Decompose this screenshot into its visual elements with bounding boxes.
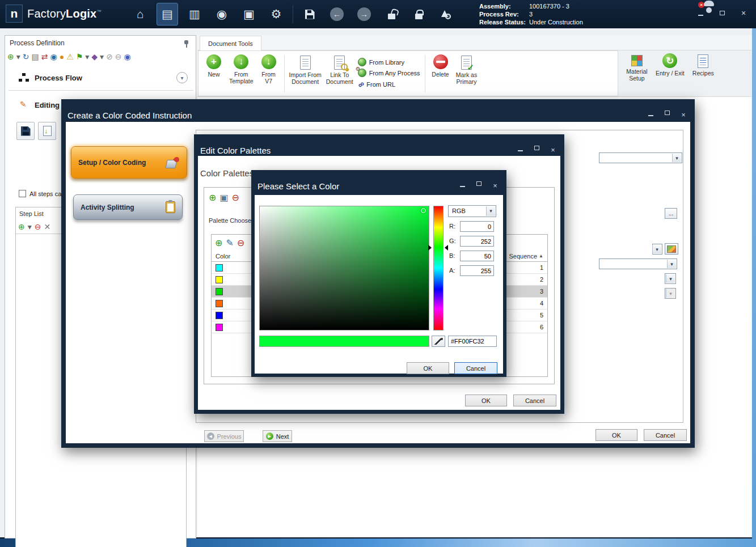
ok-button[interactable]: OK: [595, 429, 637, 441]
navigator-icon[interactable]: ◉: [211, 3, 233, 26]
color-model-select[interactable]: RGB: [448, 205, 496, 217]
add-color-icon[interactable]: ⊕: [215, 238, 222, 248]
hue-marker-left[interactable]: [428, 245, 432, 251]
swap-icon[interactable]: ⇄: [41, 51, 48, 62]
import-process-button[interactable]: [38, 122, 56, 140]
cancel-button[interactable]: Cancel: [513, 395, 556, 406]
close-button[interactable]: ×: [679, 111, 688, 119]
eyedropper-button[interactable]: [432, 336, 445, 347]
browse-button[interactable]: ...: [665, 208, 677, 219]
minimize-button[interactable]: [458, 181, 467, 190]
pause-icon[interactable]: ⊘: [106, 51, 113, 62]
activity-splitting-button[interactable]: Activity Splitting: [73, 194, 183, 220]
image-select-button[interactable]: [665, 243, 678, 255]
print-icon[interactable]: ▤: [32, 51, 39, 62]
maximize-button[interactable]: [662, 111, 671, 119]
back-icon[interactable]: ←: [326, 3, 348, 26]
minimize-button[interactable]: [696, 9, 705, 18]
step-cut-icon[interactable]: ✕: [44, 221, 51, 232]
step-add-icon[interactable]: ⊕: [18, 221, 25, 232]
documents-stack-icon[interactable]: ▥: [184, 3, 205, 26]
settings-gear-icon[interactable]: ⚙: [265, 3, 287, 26]
minimize-button[interactable]: [516, 146, 525, 154]
new-button[interactable]: + New: [201, 53, 227, 94]
red-input[interactable]: [460, 221, 494, 232]
delete-button[interactable]: Delete: [428, 53, 454, 94]
next-button[interactable]: ▶ Next: [263, 430, 292, 442]
remove-color-icon[interactable]: ⊖: [237, 238, 244, 248]
copy-palette-icon[interactable]: ▣: [219, 192, 228, 203]
saturation-value-field[interactable]: [259, 206, 429, 330]
ok-button[interactable]: OK: [407, 362, 449, 374]
alpha-input[interactable]: [460, 265, 494, 276]
color-swatch[interactable]: [216, 312, 223, 319]
color-swatch[interactable]: [216, 276, 223, 283]
flag-icon[interactable]: ⚑: [76, 51, 83, 62]
blue-input[interactable]: [460, 251, 494, 261]
audit-search-icon[interactable]: [435, 3, 457, 26]
group-icon[interactable]: ◉: [50, 51, 57, 62]
mini-combo-1[interactable]: [652, 244, 662, 255]
stop-icon[interactable]: ⊖: [115, 51, 122, 62]
sequence-column-header[interactable]: Sequence ▲: [509, 253, 543, 260]
step-remove-icon[interactable]: ⊖: [35, 221, 41, 232]
home-icon[interactable]: ⌂: [129, 3, 151, 26]
pin-icon[interactable]: [182, 40, 190, 48]
entry-exit-button[interactable]: ↻ Entry / Exit: [653, 52, 687, 93]
close-button[interactable]: ×: [548, 146, 558, 154]
close-button[interactable]: ×: [739, 9, 748, 18]
hue-slider[interactable]: [433, 206, 444, 330]
color-swatch[interactable]: [216, 264, 223, 272]
copy-pages-icon[interactable]: ▣: [238, 3, 260, 26]
from-library-button[interactable]: From Library: [356, 57, 423, 67]
palette-icon[interactable]: ◆: [91, 51, 98, 62]
all-steps-checkbox[interactable]: [19, 190, 26, 197]
forward-icon[interactable]: →: [353, 3, 375, 26]
from-v7-button[interactable]: ↓ From V7: [256, 53, 282, 94]
add-palette-icon[interactable]: ⊕: [209, 192, 216, 203]
step-caret-icon[interactable]: ▾: [28, 221, 32, 232]
color-selector-ring[interactable]: [421, 208, 426, 213]
recipes-button[interactable]: Recipes: [690, 52, 716, 93]
edit-document-icon[interactable]: ▤: [157, 3, 178, 26]
minimize-button[interactable]: [646, 111, 655, 119]
ok-button[interactable]: OK: [465, 395, 507, 406]
maximize-button[interactable]: [532, 146, 541, 154]
material-setup-button[interactable]: Material Setup: [624, 52, 650, 93]
color-column-header[interactable]: Color: [216, 253, 230, 260]
maximize-button[interactable]: [474, 181, 483, 190]
cancel-button[interactable]: Cancel: [454, 362, 497, 374]
option-combo[interactable]: [599, 258, 677, 269]
collapse-chevron-icon[interactable]: ▾: [176, 72, 188, 83]
edit-color-icon[interactable]: ✎: [226, 238, 233, 248]
save-process-button[interactable]: [16, 122, 35, 140]
close-button[interactable]: ×: [491, 181, 500, 190]
from-template-button[interactable]: ↓ From Template: [227, 53, 256, 94]
tab-document-tools[interactable]: Document Tools: [200, 36, 261, 50]
lock-icon[interactable]: [408, 3, 429, 26]
color-swatch[interactable]: [216, 324, 223, 331]
color-swatch[interactable]: [216, 288, 223, 295]
setup-color-coding-button[interactable]: Setup / Color Coding: [71, 146, 187, 179]
import-from-document-button[interactable]: Import From Document: [287, 53, 324, 94]
caret-3-icon[interactable]: ▾: [100, 51, 104, 62]
sync-icon[interactable]: ↻: [23, 51, 29, 62]
save-icon[interactable]: [299, 3, 320, 26]
link-to-document-button[interactable]: Link To Document: [324, 53, 356, 94]
instruction-combo[interactable]: [599, 152, 682, 163]
unlock-icon[interactable]: [381, 3, 402, 26]
hue-marker-right[interactable]: [445, 245, 448, 251]
add-icon[interactable]: ⊕: [7, 51, 14, 62]
previous-button[interactable]: ◀ Previous: [204, 430, 244, 442]
cancel-button[interactable]: Cancel: [644, 429, 687, 441]
from-url-button[interactable]: ∞ From URL: [356, 79, 423, 90]
mini-combo-2[interactable]: [665, 273, 676, 284]
mark-as-primary-button[interactable]: Mark as Primary: [454, 53, 480, 94]
color-swatch[interactable]: [216, 300, 223, 307]
caret-2-icon[interactable]: ▾: [85, 51, 89, 62]
warning-icon[interactable]: ⚠: [66, 51, 74, 62]
process-flow-header[interactable]: Process Flow ▾: [5, 70, 196, 87]
from-any-process-button[interactable]: From Any Process: [356, 68, 423, 78]
remove-palette-icon[interactable]: ⊖: [232, 192, 239, 203]
caret-1-icon[interactable]: ▾: [16, 51, 20, 62]
